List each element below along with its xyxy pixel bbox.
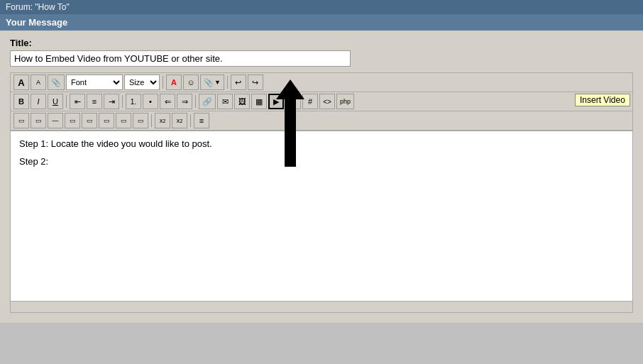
- page-title: Your Message: [6, 17, 67, 28]
- special6-button[interactable]: ▭: [116, 113, 131, 128]
- font-select[interactable]: Font Arial Times New Roman Verdana: [66, 75, 123, 90]
- code-button[interactable]: <>: [319, 94, 335, 109]
- toolbar-row-3: ▭ ▭ — ▭ ▭ ▭ ▭ ▭ x2 x2 ≡: [11, 111, 632, 131]
- arrow-indicator: [276, 79, 304, 167]
- editor-bottom-bar: [11, 301, 632, 312]
- font-size-increase-button[interactable]: A: [13, 75, 29, 90]
- toolbar-row-2: B I U ⇤ ≡ ⇥ 1. • ⇐ ⇒ 🔗 ✉ 🖼 ▦ ▶ Insert: [11, 92, 632, 111]
- special1-button[interactable]: ▭: [31, 113, 46, 128]
- editor-container: A A 📎 Font Arial Times New Roman Verdana…: [10, 72, 633, 313]
- special2-button[interactable]: —: [48, 113, 63, 128]
- image-button[interactable]: 🖼: [234, 94, 250, 109]
- separator-5: [195, 95, 196, 108]
- italic-button[interactable]: I: [31, 94, 46, 109]
- separator-1: [163, 76, 163, 89]
- font-size-decrease-button[interactable]: A: [31, 75, 46, 90]
- indent-button[interactable]: ⇒: [177, 94, 192, 109]
- align-center-button[interactable]: ≡: [87, 94, 102, 109]
- ordered-list-button[interactable]: 1.: [126, 94, 141, 109]
- superscript-button[interactable]: x2: [172, 113, 187, 128]
- underline-button[interactable]: U: [48, 94, 63, 109]
- title-row: Title:: [10, 38, 633, 67]
- outdent-button[interactable]: ⇐: [160, 94, 175, 109]
- subscript-button[interactable]: x2: [155, 113, 170, 128]
- arrow-shaft: [285, 99, 296, 167]
- insert-video-tooltip: Insert Video: [575, 94, 630, 106]
- font-color-button[interactable]: A: [166, 75, 182, 90]
- attach-button[interactable]: 📎▼: [200, 75, 224, 90]
- special7-button[interactable]: ▭: [133, 113, 148, 128]
- link-button[interactable]: 🔗: [199, 94, 216, 109]
- separator-6: [151, 114, 152, 127]
- justify-button[interactable]: ≡: [194, 113, 209, 128]
- editor-line-1: Step 1: Locate the video you would like …: [19, 138, 624, 149]
- separator-7: [190, 114, 191, 127]
- size-select[interactable]: Size 8 10 12 14: [124, 75, 160, 90]
- redo-button[interactable]: ↪: [248, 75, 263, 90]
- paperclip-button[interactable]: 📎: [48, 75, 65, 90]
- separator-2: [227, 76, 228, 89]
- special5-button[interactable]: ▭: [99, 113, 114, 128]
- hr-button[interactable]: ▭: [13, 113, 29, 128]
- align-left-button[interactable]: ⇤: [70, 94, 85, 109]
- separator-4: [122, 95, 123, 108]
- special3-button[interactable]: ▭: [65, 113, 80, 128]
- editor-area[interactable]: Step 1: Locate the video you would like …: [11, 131, 632, 301]
- table-button[interactable]: ▦: [251, 94, 267, 109]
- editor-wrapper: A A 📎 Font Arial Times New Roman Verdana…: [10, 72, 633, 313]
- bold-button[interactable]: B: [13, 94, 29, 109]
- toolbar-row-1: A A 📎 Font Arial Times New Roman Verdana…: [11, 73, 632, 92]
- arrow-head: [276, 79, 304, 99]
- special4-button[interactable]: ▭: [82, 113, 97, 128]
- editor-line-2: Step 2:: [19, 156, 624, 167]
- main-content: Title: A A 📎 Font Arial Times New Roman …: [0, 31, 643, 323]
- title-label: Title:: [10, 38, 633, 48]
- email-button[interactable]: ✉: [217, 94, 233, 109]
- undo-button[interactable]: ↩: [231, 75, 246, 90]
- emoji-button[interactable]: ☺: [183, 75, 199, 90]
- unordered-list-button[interactable]: •: [143, 94, 158, 109]
- title-input[interactable]: [10, 50, 351, 67]
- hash-button[interactable]: #: [302, 94, 318, 109]
- separator-3: [66, 95, 67, 108]
- php-button[interactable]: php: [336, 94, 354, 109]
- align-right-button[interactable]: ⇥: [104, 94, 119, 109]
- forum-bar: Forum: "How To" Your Message: [0, 0, 643, 31]
- forum-bar-text: Forum: "How To": [6, 2, 70, 12]
